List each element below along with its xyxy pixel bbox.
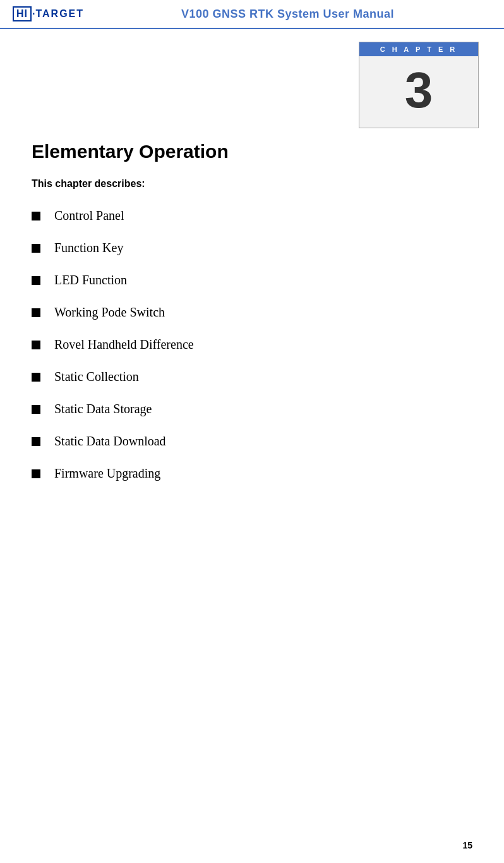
company-logo: HI · TARGET <box>13 6 84 21</box>
header-title: V100 GNSS RTK System User Manual <box>84 8 491 21</box>
logo-dash: · <box>32 8 35 20</box>
page-heading: Elementary Operation <box>32 141 472 162</box>
page-header: HI · TARGET V100 GNSS RTK System User Ma… <box>0 0 504 29</box>
list-item: Control Panel <box>32 208 472 223</box>
chapter-label: C H A P T E R <box>359 42 478 56</box>
bullet-icon <box>32 341 40 349</box>
toc-item-text: Firmware Upgrading <box>54 466 160 481</box>
chapter-area: C H A P T E R 3 <box>0 29 504 135</box>
logo-target-text: TARGET <box>35 8 84 20</box>
bullet-icon <box>32 212 40 220</box>
toc-item-text: Static Data Download <box>54 434 166 449</box>
list-item: Function Key <box>32 241 472 255</box>
chapter-describes: This chapter describes: <box>32 178 472 190</box>
toc-item-text: LED Function <box>54 273 127 287</box>
chapter-number: 3 <box>359 56 478 128</box>
list-item: Rovel Handheld Difference <box>32 337 472 352</box>
bullet-icon <box>32 373 40 382</box>
list-item: LED Function <box>32 273 472 287</box>
logo-hi-text: HI <box>13 6 32 21</box>
list-item: Firmware Upgrading <box>32 466 472 481</box>
toc-item-text: Static Data Storage <box>54 402 152 416</box>
chapter-box: C H A P T E R 3 <box>359 42 479 128</box>
main-content: Elementary Operation This chapter descri… <box>0 135 504 524</box>
bullet-icon <box>32 308 40 317</box>
toc-item-text: Control Panel <box>54 208 124 223</box>
toc-list: Control Panel Function Key LED Function … <box>32 208 472 481</box>
list-item: Static Collection <box>32 370 472 384</box>
list-item: Static Data Download <box>32 434 472 449</box>
bullet-icon <box>32 244 40 253</box>
page-footer: 15 <box>462 840 472 850</box>
list-item: Working Pode Switch <box>32 305 472 320</box>
bullet-icon <box>32 405 40 414</box>
toc-item-text: Rovel Handheld Difference <box>54 337 194 352</box>
bullet-icon <box>32 469 40 478</box>
bullet-icon <box>32 437 40 446</box>
toc-item-text: Static Collection <box>54 370 139 384</box>
page-number: 15 <box>462 840 472 850</box>
toc-item-text: Function Key <box>54 241 123 255</box>
bullet-icon <box>32 276 40 285</box>
list-item: Static Data Storage <box>32 402 472 416</box>
toc-item-text: Working Pode Switch <box>54 305 165 320</box>
